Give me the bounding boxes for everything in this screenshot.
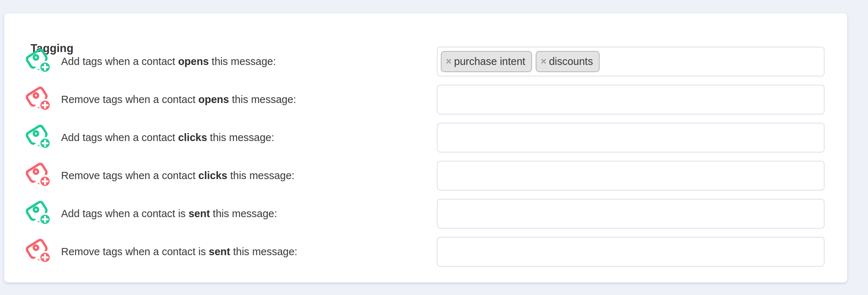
- row-label: Add tags when a contact is sent this mes…: [61, 199, 277, 229]
- row-label: Remove tags when a contact clicks this m…: [61, 161, 295, 191]
- tagging-settings-card: Tagging Add tags when a contact opens th…: [4, 13, 847, 282]
- tag-pill-label: purchase intent: [454, 56, 525, 67]
- label-text: this message:: [227, 170, 295, 182]
- tag-remove-icon: [26, 162, 51, 190]
- row-label: Remove tags when a contact is sent this …: [61, 237, 297, 267]
- label-bold-word: clicks: [198, 170, 227, 182]
- label-text: Remove tags when a contact is: [61, 246, 209, 258]
- tag-pill-label: discounts: [549, 56, 593, 67]
- row-label: Remove tags when a contact opens this me…: [61, 85, 296, 114]
- tags-input-add-clicks[interactable]: [437, 123, 825, 153]
- label-bold-word: clicks: [178, 132, 207, 144]
- label-text: Add tags when a contact: [61, 56, 178, 67]
- tag-pill: ×purchase intent: [441, 51, 532, 72]
- label-text: this message:: [209, 56, 276, 67]
- tagging-row: Add tags when a contact opens this messa…: [4, 47, 847, 76]
- label-text: this message:: [230, 246, 297, 258]
- tag-add-icon: [26, 48, 51, 76]
- label-text: Remove tags when a contact: [61, 94, 198, 106]
- tags-input-remove-opens[interactable]: [437, 85, 825, 114]
- tagging-row: Remove tags when a contact opens this me…: [4, 85, 847, 114]
- remove-tag-icon[interactable]: ×: [541, 57, 546, 66]
- label-text: this message:: [229, 94, 296, 106]
- tag-pill: ×discounts: [536, 51, 600, 72]
- tags-input-add-opens[interactable]: ×purchase intent ×discounts: [437, 47, 825, 76]
- tag-remove-icon: [26, 86, 51, 114]
- label-text: Remove tags when a contact: [61, 170, 198, 182]
- tagging-row: Remove tags when a contact is sent this …: [4, 237, 847, 267]
- tags-input-remove-clicks[interactable]: [437, 161, 825, 191]
- tags-input-remove-sent[interactable]: [437, 237, 825, 267]
- label-text: this message:: [210, 208, 277, 220]
- row-label: Add tags when a contact opens this messa…: [61, 47, 276, 76]
- label-text: this message:: [207, 132, 274, 144]
- remove-tag-icon[interactable]: ×: [446, 57, 452, 66]
- label-text: Add tags when a contact is: [61, 208, 189, 220]
- label-bold-word: sent: [209, 246, 230, 258]
- label-bold-word: opens: [198, 94, 229, 106]
- tag-add-icon: [26, 200, 51, 228]
- tagging-row: Add tags when a contact is sent this mes…: [4, 199, 847, 229]
- tag-add-icon: [26, 124, 51, 152]
- tags-input-add-sent[interactable]: [437, 199, 825, 229]
- tag-remove-icon: [26, 238, 51, 266]
- label-bold-word: opens: [178, 56, 209, 67]
- row-label: Add tags when a contact clicks this mess…: [61, 123, 274, 153]
- label-bold-word: sent: [189, 208, 210, 220]
- label-text: Add tags when a contact: [61, 132, 178, 144]
- tagging-row: Add tags when a contact clicks this mess…: [4, 123, 847, 153]
- tagging-row: Remove tags when a contact clicks this m…: [4, 161, 847, 191]
